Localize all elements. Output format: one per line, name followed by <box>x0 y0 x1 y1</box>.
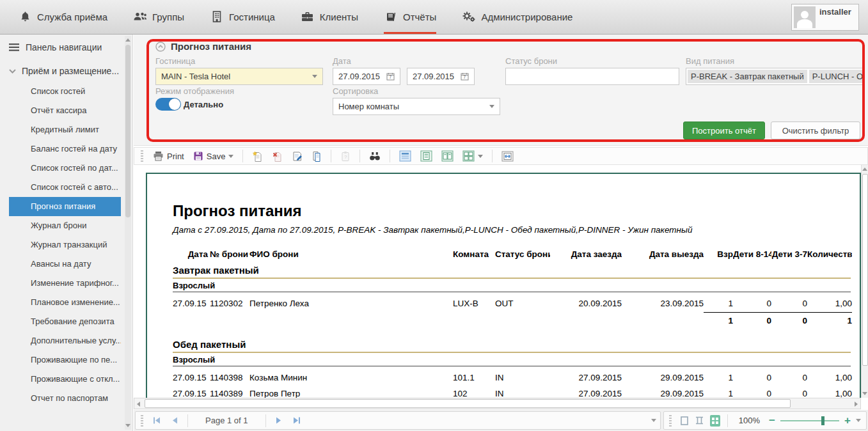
calendar-icon[interactable]: 7 <box>461 72 469 81</box>
zoom-overflow-icon[interactable] <box>856 419 861 422</box>
fit-page-button[interactable] <box>679 415 690 427</box>
scroll-up-icon[interactable] <box>125 38 130 42</box>
tab-reception[interactable]: Служба приёма <box>18 0 107 34</box>
vertical-scrollbar[interactable] <box>861 165 868 398</box>
report-cell: 0 <box>771 299 807 308</box>
sort-label: Сортировка <box>333 86 378 96</box>
scroll-up-icon[interactable] <box>862 168 867 171</box>
clear-filter-button[interactable]: Очистить фильтр <box>771 121 860 139</box>
sidebar-item[interactable]: Список гостей <box>9 82 121 101</box>
sidebar-header[interactable]: Панель навигации <box>0 35 132 60</box>
book-icon <box>384 10 398 23</box>
zoom-mode-button[interactable] <box>710 415 720 427</box>
view-multipage-button[interactable] <box>461 149 485 163</box>
report-header-row: Дата№ брониФИО брониКомнатаСтатус брониД… <box>173 244 851 259</box>
zoom-grip[interactable] <box>669 415 672 427</box>
date-from-input[interactable]: 27.09.2015 7 <box>333 68 400 85</box>
sidebar-item[interactable]: Отчёт кассира <box>9 101 121 120</box>
scrollbar-thumb[interactable] <box>145 399 791 408</box>
sidebar-item[interactable]: Проживающие по пе... <box>9 350 121 370</box>
copy-page-button[interactable] <box>310 150 324 163</box>
meal-tag[interactable]: P-LUNCH - Обед пакетный <box>809 70 864 83</box>
date-to-input[interactable]: 27.09.2015 7 <box>407 68 475 85</box>
fit-height-button[interactable] <box>695 415 705 427</box>
sidebar-item[interactable]: Требование депозита <box>9 312 121 331</box>
scrollbar-thumb[interactable] <box>125 45 130 217</box>
binoculars-icon <box>369 152 381 161</box>
scroll-down-icon[interactable] <box>862 392 867 395</box>
view-single-page-button[interactable] <box>397 149 413 163</box>
sidebar-item[interactable]: Авансы на дату <box>9 255 121 274</box>
sidebar-item[interactable]: Журнал транзакций <box>9 235 121 255</box>
find-button[interactable] <box>367 150 383 162</box>
save-dropdown-icon[interactable] <box>228 155 233 158</box>
report-cell: 20.09.2015 <box>550 299 622 308</box>
report-viewer: Прогноз питания Дата с 27.09.2015, Дата … <box>134 165 861 398</box>
tab-groups[interactable]: Группы <box>133 0 184 34</box>
save-button[interactable]: Save <box>191 150 236 162</box>
date-label: Дата <box>333 56 351 66</box>
edit-page-button[interactable] <box>290 150 304 163</box>
scroll-left-icon[interactable] <box>137 402 140 407</box>
tab-label: Гостиница <box>229 12 275 22</box>
sidebar-item[interactable]: Дополнительные услу... <box>9 331 121 350</box>
sidebar-item[interactable]: Прогноз питания <box>9 197 121 216</box>
collapse-filter-icon[interactable] <box>155 42 166 52</box>
view-facing-button[interactable] <box>439 149 455 163</box>
calendar-icon[interactable]: 7 <box>386 72 395 81</box>
sidebar-item[interactable]: Журнал брони <box>9 216 121 235</box>
sidebar-item[interactable]: Плановое изменение... <box>9 293 121 312</box>
last-page-button[interactable] <box>290 414 304 428</box>
delete-page-button[interactable] <box>270 150 285 163</box>
prev-page-button[interactable] <box>168 414 182 428</box>
build-report-button[interactable]: Построить отчёт <box>683 121 765 139</box>
zoom-slider[interactable] <box>780 420 839 421</box>
report-cell: 0 <box>771 312 807 325</box>
booking-status-input[interactable] <box>505 68 679 85</box>
view-continuous-button[interactable] <box>418 149 434 163</box>
report-cell: Статус брони <box>495 249 550 259</box>
pager-grip[interactable] <box>141 415 143 427</box>
display-mode-value: Детально <box>184 100 223 109</box>
sidebar-item[interactable]: Отчет по паспортам <box>9 389 121 408</box>
zoom-out-button[interactable]: − <box>769 415 775 426</box>
scrollbar-thumb[interactable] <box>862 174 868 366</box>
print-button[interactable]: Print <box>151 150 186 162</box>
user-menu[interactable]: installer <box>791 4 859 31</box>
sidebar-item[interactable]: Список гостей по дат... <box>9 159 121 178</box>
report-cell: 1140398 <box>210 373 249 382</box>
sidebar-group-reception[interactable]: Приём и размещение... <box>0 60 132 82</box>
zoom-slider-thumb[interactable] <box>821 416 825 425</box>
new-page-button[interactable] <box>250 150 265 163</box>
sidebar-item[interactable]: Список гостей с авто... <box>9 178 121 197</box>
sidebar-item[interactable]: Изменение тарифног... <box>9 274 121 293</box>
sidebar-scrollbar[interactable] <box>125 36 131 430</box>
booking-status-label: Статус брони <box>505 56 557 66</box>
tab-reports[interactable]: Отчёты <box>384 0 436 34</box>
edit-page-icon <box>292 151 303 162</box>
sidebar-item[interactable]: Баланс гостей на дату <box>9 139 121 159</box>
tab-hotel[interactable]: Гостиница <box>210 0 275 34</box>
sidebar-item[interactable]: Проживающие с откл... <box>9 370 121 389</box>
sidebar-item[interactable]: Кредитный лимит <box>9 120 121 139</box>
scroll-right-icon[interactable] <box>855 402 858 407</box>
toolbar-grip[interactable] <box>141 150 143 162</box>
tab-clients[interactable]: Клиенты <box>301 0 358 34</box>
pager-overflow-icon[interactable] <box>651 419 656 422</box>
next-page-button[interactable] <box>272 414 286 428</box>
hotel-select[interactable]: MAIN - Tesla Hotel <box>155 68 323 85</box>
delete-page-icon <box>272 151 283 162</box>
scroll-down-icon[interactable] <box>125 424 130 427</box>
report-row: 27.09.151120302Петренко ЛехаLUX-BOUT20.0… <box>173 292 851 308</box>
view-dropdown-icon[interactable] <box>478 155 483 158</box>
horizontal-scrollbar[interactable] <box>134 398 861 409</box>
report-page: Прогноз питания Дата с 27.09.2015, Дата … <box>146 173 861 398</box>
display-mode-toggle[interactable] <box>155 98 181 111</box>
meal-type-multiselect[interactable]: P-BREAK - Завтрак пакетныйP-LUNCH - Обед… <box>686 68 864 85</box>
fit-width-button[interactable] <box>500 150 516 163</box>
tab-administration[interactable]: Администрирование <box>462 0 572 34</box>
meal-tag[interactable]: P-BREAK - Завтрак пакетный <box>688 70 807 83</box>
zoom-in-button[interactable]: + <box>844 415 851 426</box>
sort-select[interactable]: Номер комнаты <box>333 98 500 115</box>
first-page-button[interactable] <box>150 414 164 428</box>
